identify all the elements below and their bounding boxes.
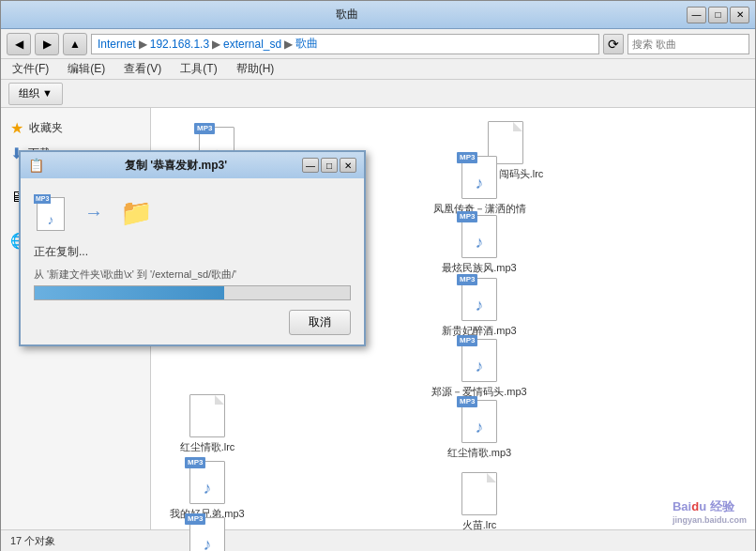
forward-button[interactable]: ▶	[35, 33, 59, 55]
list-item[interactable]: MP3 ♪ 红尘情歌.mp3	[423, 390, 536, 463]
dialog-source-icon: MP3 ♪	[34, 193, 68, 231]
mp3-file-icon: MP3 ♪	[457, 150, 502, 199]
toolbar: 组织 ▼	[1, 80, 755, 108]
dialog-close-button[interactable]: ✕	[340, 158, 356, 173]
lrc-file-icon	[461, 472, 497, 515]
dialog-folder-icon: 📁	[120, 197, 153, 228]
title-bar: 歌曲 — □ ✕	[1, 1, 755, 29]
breadcrumb-ip[interactable]: 192.168.1.3	[150, 38, 209, 51]
sidebar-item-favorites[interactable]: ★ 收藏夹	[5, 115, 146, 141]
progress-bar	[34, 285, 351, 300]
mp3-file-icon: MP3 ♪	[457, 394, 502, 443]
list-item[interactable]: MP3 ♪ 最炫民族风.mp3	[423, 206, 536, 278]
address-bar: ◀ ▶ ▲ Internet ▶ 192.168.1.3 ▶ external_…	[1, 29, 755, 59]
dialog-title-icon: 📋	[28, 158, 44, 173]
menu-tools[interactable]: 工具(T)	[176, 59, 220, 79]
status-text: 17 个对象	[10, 534, 55, 548]
dialog-actions: 取消	[34, 310, 351, 335]
organize-button[interactable]: 组织 ▼	[8, 83, 63, 105]
dialog-arrow-icon: →	[84, 202, 103, 223]
menu-file[interactable]: 文件(F)	[8, 59, 53, 79]
menu-view[interactable]: 查看(V)	[120, 59, 165, 79]
list-item[interactable]: MP3 ♪ 火苗.mp3	[151, 508, 264, 529]
title-controls: — □ ✕	[687, 7, 749, 23]
mp3-file-icon: MP3 ♪	[185, 455, 230, 504]
address-path[interactable]: Internet ▶ 192.168.1.3 ▶ external_sd ▶ 歌…	[91, 34, 599, 54]
dialog-desc: 正在复制...	[34, 244, 351, 260]
dialog-maximize-button[interactable]: □	[321, 158, 338, 173]
progress-fill	[35, 286, 224, 299]
breadcrumb-music[interactable]: 歌曲	[295, 36, 318, 52]
mp3-file-icon: MP3 ♪	[457, 209, 502, 258]
star-icon: ★	[10, 119, 23, 137]
breadcrumb-external-sd[interactable]: external_sd	[223, 38, 281, 51]
search-input[interactable]	[627, 34, 749, 54]
menu-edit[interactable]: 编辑(E)	[64, 59, 109, 79]
restore-button[interactable]: □	[708, 7, 728, 23]
back-button[interactable]: ◀	[7, 33, 31, 55]
file-name: 红尘情歌.mp3	[447, 446, 511, 459]
title-bar-text: 歌曲	[7, 7, 687, 23]
menu-help[interactable]: 帮助(H)	[233, 59, 279, 79]
menu-bar: 文件(F) 编辑(E) 查看(V) 工具(T) 帮助(H)	[1, 59, 755, 80]
dialog-body: MP3 ♪ → 📁 正在复制... 从 '新建文件夹\歌曲\x' 到 '/ext…	[21, 178, 364, 344]
list-item[interactable]: 红尘情歌.lrc	[151, 390, 264, 457]
close-button[interactable]: ✕	[730, 7, 749, 23]
refresh-button[interactable]: ⟳	[603, 34, 624, 54]
dialog-file-info: MP3 ♪ → 📁	[34, 193, 351, 231]
file-name: 火苗.lrc	[462, 518, 497, 529]
status-bar: 17 个对象	[1, 529, 755, 551]
lrc-file-icon	[189, 394, 225, 437]
list-item[interactable]: 火苗.lrc	[423, 468, 536, 529]
copy-dialog: 📋 复制 '恭喜发财.mp3' — □ ✕ MP3 ♪ → 📁 正在复制... …	[19, 150, 366, 346]
dialog-minimize-button[interactable]: —	[302, 158, 319, 173]
mp3-file-icon: MP3 ♪	[457, 333, 502, 382]
minimize-button[interactable]: —	[687, 7, 706, 23]
dialog-title-bar: 📋 复制 '恭喜发财.mp3' — □ ✕	[21, 152, 364, 178]
mp3-file-icon: MP3 ♪	[457, 272, 502, 321]
breadcrumb-internet[interactable]: Internet	[98, 38, 136, 51]
cancel-button[interactable]: 取消	[289, 310, 351, 335]
dialog-from: 从 '新建文件夹\歌曲\x' 到 '/external_sd/歌曲/'	[34, 268, 351, 282]
favorites-label: 收藏夹	[29, 120, 63, 136]
up-button[interactable]: ▲	[63, 33, 87, 55]
dialog-title-text: 复制 '恭喜发财.mp3'	[125, 158, 227, 174]
mp3-file-icon: MP3 ♪	[185, 512, 230, 529]
